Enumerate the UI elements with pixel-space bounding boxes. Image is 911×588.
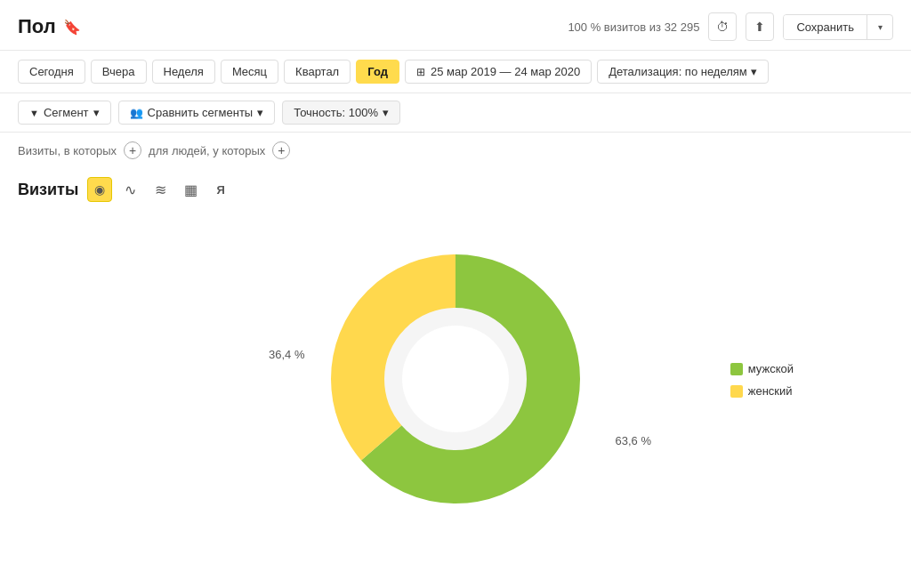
accuracy-button[interactable]: Точность: 100% ▾: [282, 101, 400, 125]
accuracy-label: Точность: 100%: [294, 106, 378, 119]
save-dropdown-button[interactable]: ▾: [867, 22, 892, 32]
tab-year[interactable]: Год: [356, 60, 399, 84]
grid-icon: ⊞: [416, 66, 425, 78]
date-range-button[interactable]: ⊞ 25 мар 2019 — 24 мар 2020: [405, 60, 592, 84]
visits-filter-row: Визиты, в которых + для людей, у которых…: [0, 133, 911, 168]
legend-item-female: женский: [730, 384, 794, 398]
legend-label-male: мужской: [748, 362, 794, 375]
yandex-icon: Я: [217, 183, 225, 197]
date-range-label: 25 мар 2019 — 24 мар 2020: [431, 65, 580, 78]
save-button-group: Сохранить ▾: [783, 14, 893, 40]
visits-prefix: Визиты, в которых: [18, 144, 117, 157]
header-right: 100 % визитов из 32 295 ⏱ ⬆ Сохранить ▾: [568, 12, 893, 41]
yandex-chart-button[interactable]: Я: [208, 177, 233, 202]
chart-title: Визиты: [18, 181, 78, 199]
donut-chart-wrapper: 36,4 %: [322, 246, 589, 515]
bar-chart-button[interactable]: ▦: [178, 177, 203, 202]
header-left: Пол 🔖: [18, 15, 81, 38]
pie-icon: ◉: [94, 182, 105, 197]
add-visits-condition-button[interactable]: +: [124, 141, 141, 159]
plus-icon: +: [129, 144, 136, 157]
bar-icon: ▦: [184, 181, 198, 198]
legend-item-male: мужской: [730, 362, 794, 375]
tab-today[interactable]: Сегодня: [18, 60, 85, 84]
chart-type-buttons: ◉ ∿ ≋ ▦ Я: [87, 177, 233, 202]
bookmark-icon[interactable]: 🔖: [63, 19, 81, 36]
upload-icon: ⬆: [754, 20, 765, 34]
clock-icon: ⏱: [716, 20, 729, 34]
tab-quarter[interactable]: Квартал: [284, 60, 351, 84]
chart-section: Визиты ◉ ∿ ≋ ▦ Я: [0, 168, 911, 558]
chevron-down-icon: ▾: [257, 106, 263, 119]
chevron-down-icon: ▾: [878, 22, 883, 32]
line-icon: ∿: [125, 181, 136, 198]
people-filter-label: для людей, у которых: [149, 144, 265, 157]
donut-svg: [322, 246, 589, 512]
add-people-condition-button[interactable]: +: [272, 141, 290, 159]
area-chart-button[interactable]: ≋: [148, 177, 173, 202]
toolbar: Сегодня Вчера Неделя Месяц Квартал Год ⊞…: [0, 51, 911, 93]
chevron-down-icon: ▾: [93, 106, 100, 119]
page: Пол 🔖 100 % визитов из 32 295 ⏱ ⬆ Сохран…: [0, 0, 911, 588]
save-button[interactable]: Сохранить: [784, 15, 867, 39]
header: Пол 🔖 100 % визитов из 32 295 ⏱ ⬆ Сохран…: [0, 0, 911, 51]
compare-segments-button[interactable]: 👥 Сравнить сегменты ▾: [118, 101, 276, 125]
pie-chart-button[interactable]: ◉: [87, 177, 112, 202]
legend-color-male: [730, 363, 743, 375]
detail-button[interactable]: Детализация: по неделям ▾: [597, 60, 769, 84]
tab-yesterday[interactable]: Вчера: [91, 60, 147, 84]
segment-button[interactable]: ▼ Сегмент ▾: [18, 101, 111, 125]
legend-color-female: [730, 385, 743, 398]
plus-icon-2: +: [278, 144, 285, 157]
segment-label: Сегмент: [44, 106, 89, 119]
tab-week[interactable]: Неделя: [152, 60, 215, 84]
legend-label-female: женский: [748, 384, 793, 398]
chevron-down-icon: ▾: [751, 65, 757, 78]
line-chart-button[interactable]: ∿: [117, 177, 142, 202]
chart-header: Визиты ◉ ∿ ≋ ▦ Я: [18, 177, 893, 202]
yellow-percentage-label: 36,4 %: [269, 348, 304, 361]
filter-icon: ▼: [29, 108, 39, 118]
upload-button[interactable]: ⬆: [746, 12, 774, 41]
tab-month[interactable]: Месяц: [221, 60, 278, 84]
green-percentage-label: 63,6 %: [616, 434, 651, 447]
area-icon: ≋: [155, 181, 166, 198]
compare-label: Сравнить сегменты: [148, 106, 254, 119]
visits-info: 100 % визитов из 32 295: [568, 20, 699, 34]
chart-area: 36,4 %: [18, 211, 893, 549]
detail-label: Детализация: по неделям: [609, 65, 747, 78]
people-icon: 👥: [130, 107, 143, 119]
clock-button[interactable]: ⏱: [708, 12, 737, 41]
filters-row: ▼ Сегмент ▾ 👥 Сравнить сегменты ▾ Точнос…: [0, 93, 911, 133]
donut-hole: [402, 326, 509, 432]
chart-legend: мужской женский: [730, 362, 794, 398]
chevron-down-icon: ▾: [383, 106, 389, 119]
page-title: Пол: [18, 15, 56, 38]
